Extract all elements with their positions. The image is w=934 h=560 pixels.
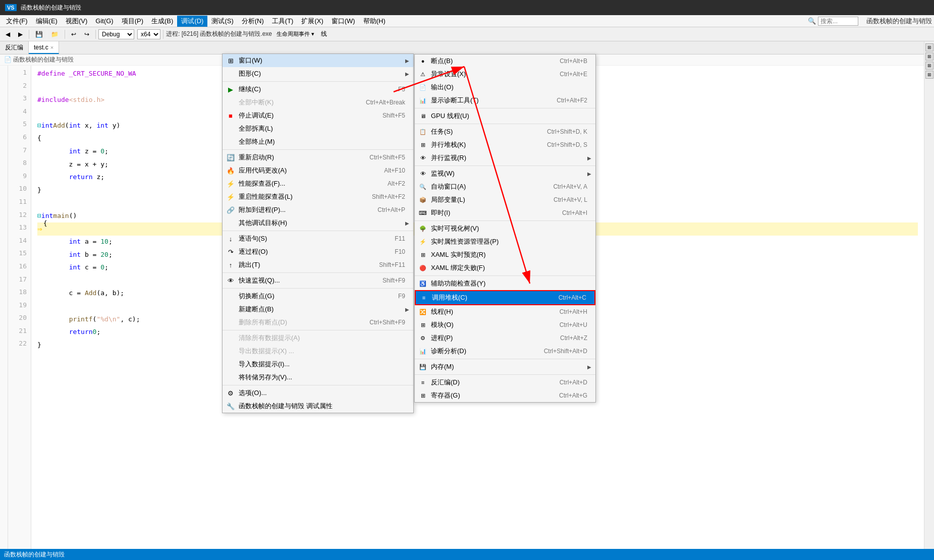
tab-testc[interactable]: test.c × [29, 41, 59, 54]
tab-disasm[interactable]: 反汇编 [0, 41, 29, 54]
win-menu-immediate[interactable]: ⌨ 即时(I) Ctrl+Alt+I [415, 206, 595, 219]
line-num-15: 15 [14, 248, 27, 261]
win-menu-xamlbinding[interactable]: 🔴 XAML 绑定失败(F) [415, 261, 595, 274]
win-menu-tasks[interactable]: 📋 任务(S) Ctrl+Shift+D, K [415, 125, 595, 138]
win-menu-registers[interactable]: ⊞ 寄存器(G) Ctrl+Alt+G [415, 389, 595, 402]
menu-git[interactable]: Git(G) [91, 16, 117, 26]
debug-menu-attachprocess-label: 附加到进程(P)... [239, 205, 286, 214]
debug-config-select[interactable]: Debug Release [98, 29, 134, 39]
win-menu-watch[interactable]: 👁 监视(W) [415, 167, 595, 180]
debug-menu-applycode-label: 应用代码更改(A) [239, 166, 287, 175]
win-menu-diagtools[interactable]: 📊 显示诊断工具(T) Ctrl+Alt+F2 [415, 94, 595, 107]
search-input[interactable] [818, 17, 858, 26]
menu-project[interactable]: 项目(P) [118, 16, 147, 27]
menu-help[interactable]: 帮助(H) [359, 16, 390, 27]
menu-file[interactable]: 文件(F) [2, 16, 32, 27]
win-sep-5 [415, 275, 595, 276]
win-menu-exceptions-label: 异常设置(X) [431, 70, 466, 79]
menu-debug[interactable]: 调试(D) [177, 16, 207, 27]
line-num-7: 7 [14, 145, 27, 158]
debug-menu-breakall-shortcut: Ctrl+Alt+Break [351, 99, 405, 106]
debug-menu-importdatatips[interactable]: 导入数据提示(I)... [223, 358, 413, 371]
toolbar-forward-btn[interactable]: ▶ [15, 29, 26, 39]
win-menu-memory[interactable]: 💾 内存(M) [415, 360, 595, 373]
debug-menu-window[interactable]: ⊞ 窗口(W) [223, 54, 413, 67]
win-menu-modules[interactable]: ⊞ 模块(O) Ctrl+Alt+U [415, 318, 595, 331]
win-menu-liveprops[interactable]: ⚡ 实时属性资源管理器(P) [415, 235, 595, 248]
menu-extensions[interactable]: 扩展(X) [297, 16, 327, 27]
win-menu-livetree[interactable]: 🌳 实时可视化树(V) [415, 222, 595, 235]
debug-menu-detachall[interactable]: 全部拆离(L) [223, 122, 413, 135]
win-menu-diaganalysis[interactable]: 📊 诊断分析(D) Ctrl+Shift+Alt+D [415, 345, 595, 358]
scroll-btn-3[interactable]: ⊞ [925, 62, 933, 70]
scroll-btn-4[interactable]: ⊞ [925, 71, 933, 79]
debug-menu-quickwatch[interactable]: 👁 快速监视(Q)... Shift+F9 [223, 274, 413, 287]
debug-menu-othertargets[interactable]: 其他调试目标(H) [223, 216, 413, 230]
debug-menu-options[interactable]: ⚙ 选项(O)... [223, 386, 413, 400]
lifecycle-btn[interactable]: 生命周期事件 ▾ [273, 29, 318, 39]
debug-menu-graphics[interactable]: 图形(C) [223, 67, 413, 80]
modules-icon: ⊞ [419, 321, 427, 329]
debug-menu-stepout[interactable]: ↑ 跳出(T) Shift+F11 [223, 258, 413, 271]
debug-menu-continue[interactable]: ▶ 继续(C) F5 [223, 83, 413, 96]
debug-menu-terminateall[interactable]: 全部终止(M) [223, 135, 413, 148]
toolbar-save-all-btn[interactable]: 📁 [47, 29, 62, 39]
diaganalysis-icon: 📊 [419, 347, 427, 355]
debug-menu-restart[interactable]: 🔄 重新启动(R) Ctrl+Shift+F5 [223, 151, 413, 164]
line-num-9: 9 [14, 171, 27, 184]
debug-menu-profiler[interactable]: ⚡ 性能探查器(F)... Alt+F2 [223, 177, 413, 190]
toolbar-sep-4 [163, 30, 163, 39]
debug-menu-attachprocess[interactable]: 🔗 附加到进程(P)... Ctrl+Alt+P [223, 203, 413, 216]
win-menu-locals[interactable]: 📦 局部变量(L) Ctrl+Alt+V, L [415, 193, 595, 206]
menu-build[interactable]: 生成(B) [147, 16, 177, 27]
title-bar-text: 函数栈帧的创建与销毁 [21, 4, 81, 12]
win-menu-disasm[interactable]: ≡ 反汇编(D) Ctrl+Alt+D [415, 376, 595, 389]
debug-menu-stopdebug[interactable]: ■ 停止调试(E) Shift+F5 [223, 109, 413, 122]
win-menu-autos[interactable]: 🔍 自动窗口(A) Ctrl+Alt+V, A [415, 180, 595, 193]
win-menu-exceptions[interactable]: ⚠ 异常设置(X) Ctrl+Alt+E [415, 68, 595, 81]
win-menu-accessibility[interactable]: ♿ 辅助功能检查器(Y) [415, 277, 595, 290]
debug-menu-projprops[interactable]: 🔧 函数栈帧的创建与销毁 调试属性 [223, 400, 413, 413]
toolbar-redo-btn[interactable]: ↪ [81, 29, 93, 39]
debug-menu-savedump[interactable]: 将转储另存为(V)... [223, 371, 413, 384]
processes-icon: ⚙ [419, 334, 427, 342]
scroll-btn-1[interactable]: ⊞ [925, 43, 933, 51]
debug-menu-stepinto[interactable]: ↓ 逐语句(S) F11 [223, 232, 413, 245]
debug-menu-applycode[interactable]: 🔥 应用代码更改(A) Alt+F10 [223, 164, 413, 177]
memory-icon: 💾 [419, 363, 427, 371]
terminateall-icon [227, 138, 235, 146]
liveprops-icon: ⚡ [419, 238, 427, 246]
win-menu-parallelstacks[interactable]: ⊞ 并行堆栈(K) Ctrl+Shift+D, S [415, 138, 595, 151]
debug-menu-togglebp[interactable]: 切换断点(G) F9 [223, 290, 413, 303]
menu-window[interactable]: 窗口(W) [327, 16, 359, 27]
debug-menu-newbp[interactable]: 新建断点(B) [223, 303, 413, 316]
scroll-btn-2[interactable]: ⊞ [925, 52, 933, 61]
menu-analyze[interactable]: 分析(N) [238, 16, 268, 27]
menu-edit[interactable]: 编辑(E) [32, 16, 62, 27]
output-icon: 📄 [419, 83, 427, 91]
menu-view[interactable]: 视图(V) [62, 16, 91, 27]
menu-tools[interactable]: 工具(T) [268, 16, 298, 27]
debug-menu-stepover[interactable]: ↷ 逐过程(O) F10 [223, 245, 413, 258]
platform-select[interactable]: x64 x86 [137, 29, 160, 39]
debug-menu-cleardatatips-label: 清除所有数据提示(A) [239, 333, 300, 343]
win-menu-parallelwatch[interactable]: 👁 并行监视(R) [415, 151, 595, 164]
tab-testc-close[interactable]: × [50, 44, 53, 50]
gputhreads-icon: 🖥 [419, 112, 427, 120]
win-menu-threads[interactable]: 🔀 线程(H) Ctrl+Alt+H [415, 305, 595, 318]
menu-test[interactable]: 测试(S) [207, 16, 237, 27]
win-menu-processes[interactable]: ⚙ 进程(P) Ctrl+Alt+Z [415, 331, 595, 345]
restart-icon: 🔄 [227, 153, 235, 161]
debug-menu-restartprofiler[interactable]: ⚡ 重启性能探查器(L) Shift+Alt+F2 [223, 190, 413, 203]
toolbar-undo-btn[interactable]: ↩ [68, 29, 80, 39]
win-menu-callstack[interactable]: ≡ 调用堆栈(C) Ctrl+Alt+C [415, 290, 595, 305]
win-menu-xamlpreview[interactable]: ⊞ XAML 实时预览(R) [415, 248, 595, 261]
win-menu-breakpoints[interactable]: ● 断点(B) Ctrl+Alt+B [415, 54, 595, 68]
breakpoints-icon: ● [419, 57, 427, 65]
toolbar-save-btn[interactable]: 💾 [32, 29, 46, 39]
win-menu-output[interactable]: 📄 输出(O) [415, 81, 595, 94]
menu-bar: 文件(F) 编辑(E) 视图(V) Git(G) 项目(P) 生成(B) 调试(… [0, 15, 934, 27]
toolbar-back-btn[interactable]: ◀ [2, 29, 14, 39]
win-menu-gputhreads[interactable]: 🖥 GPU 线程(U) [415, 109, 595, 123]
debug-menu-detachall-label: 全部拆离(L) [239, 124, 273, 133]
